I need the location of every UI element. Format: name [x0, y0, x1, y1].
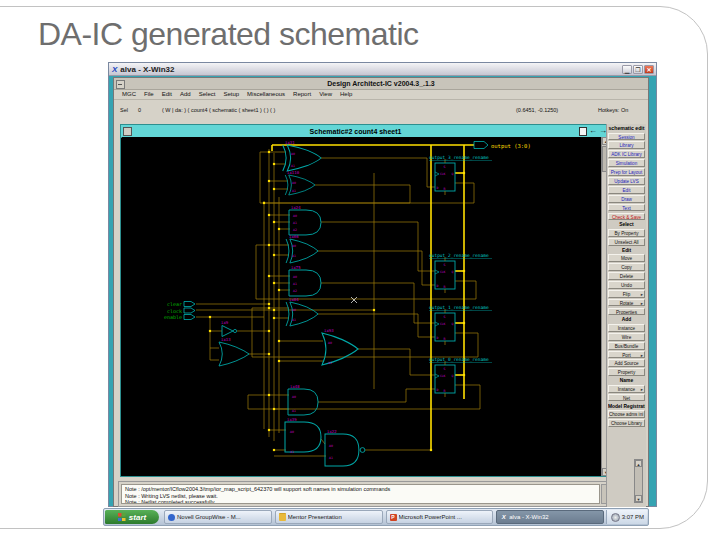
- prev-sheet-icon[interactable]: ←: [589, 127, 597, 135]
- svg-text:A0: A0: [292, 181, 296, 185]
- svg-text:A0: A0: [291, 152, 295, 156]
- slide: DA-IC generated schematic X alva - X-Win…: [0, 0, 720, 540]
- start-button[interactable]: start: [105, 510, 159, 524]
- hotkeys-status: Hotkeys: On: [598, 107, 628, 113]
- selection-count: 0: [138, 107, 141, 113]
- xwin32-window: X alva - X-Win32 ▁ ❐ ✕ Design Architect-…: [108, 62, 657, 507]
- palette-instance[interactable]: Instance: [608, 324, 645, 332]
- palette-check-save[interactable]: Check & Save: [608, 213, 645, 221]
- svg-text:ix66: ix66: [289, 234, 299, 239]
- taskbar-task-alva-x-win32[interactable]: Xalva - X-Win32: [496, 510, 604, 524]
- taskbar-task-mentor-presentation[interactable]: Mentor Presentation: [275, 510, 383, 524]
- palette-scroll-up-icon[interactable]: ▲: [635, 460, 642, 467]
- palette-edit[interactable]: Edit: [608, 186, 645, 194]
- menu-select[interactable]: Select: [195, 91, 220, 97]
- close-button[interactable]: ✕: [644, 65, 654, 74]
- dff-instance: [435, 309, 455, 345]
- taskbar-task-microsoft-powerpoint[interactable]: PMicrosoft PowerPoint ...: [386, 510, 494, 524]
- palette-choose-library[interactable]: Choose Library: [608, 419, 645, 427]
- tray-status-icon[interactable]: [611, 513, 620, 522]
- svg-text:ix93: ix93: [324, 328, 334, 333]
- menu-mgc[interactable]: MGC: [118, 91, 140, 97]
- transcript-box: Note : /opt/mentor/ICflow2004.3/tmp/ior_…: [121, 484, 600, 504]
- window-menu-icon[interactable]: [116, 80, 125, 89]
- menu-edit[interactable]: Edit: [158, 91, 176, 97]
- restore-button[interactable]: ❐: [633, 65, 643, 74]
- svg-text:A0: A0: [329, 444, 333, 448]
- palette-name: Name: [608, 377, 645, 385]
- menu-miscellaneous[interactable]: Miscellaneous: [243, 91, 289, 97]
- menu-add[interactable]: Add: [176, 91, 195, 97]
- svg-text:A1: A1: [329, 456, 333, 460]
- palette-library[interactable]: Library: [608, 141, 645, 149]
- palette-net[interactable]: Net: [608, 394, 645, 402]
- taskbar-task-novell-groupwise-m[interactable]: Novell GroupWise - M...: [164, 510, 272, 524]
- system-tray: 3:07 PM: [606, 510, 647, 524]
- palette-select: Select: [608, 221, 645, 229]
- palette-scroll-down-icon[interactable]: ▼: [635, 495, 642, 502]
- svg-text:ix31: ix31: [285, 140, 295, 145]
- minimize-button[interactable]: ▁: [622, 65, 632, 74]
- sheet-icon[interactable]: [579, 127, 587, 136]
- palette-rotate[interactable]: Rotate▸: [608, 299, 645, 307]
- svg-text:A0: A0: [290, 430, 294, 434]
- menu-setup[interactable]: Setup: [219, 91, 243, 97]
- folder-icon: [279, 513, 286, 521]
- palette-session[interactable]: Session: [608, 133, 645, 141]
- svg-text:A0: A0: [293, 214, 297, 218]
- palette-unselect-all[interactable]: Unselect All: [608, 238, 645, 246]
- palette-copy[interactable]: Copy: [608, 263, 645, 271]
- palette-flip[interactable]: Flip▸: [608, 290, 645, 298]
- dff-instance: [435, 257, 455, 293]
- palette-by-property[interactable]: By Property: [608, 229, 645, 237]
- xwin32-titlebar[interactable]: X alva - X-Win32 ▁ ❐ ✕: [109, 63, 656, 76]
- palette-instance[interactable]: Instance▸: [608, 385, 645, 393]
- palette-simulation[interactable]: Simulation: [608, 159, 645, 167]
- palette-edit: Edit: [608, 247, 645, 255]
- work-area: Schematic#2 count4 sheet1 ← →: [114, 118, 648, 506]
- svg-text:ix39: ix39: [287, 417, 297, 422]
- taskbar: start Novell GroupWise - M...Mentor Pres…: [103, 508, 649, 526]
- submenu-arrow-icon: ▸: [641, 386, 643, 393]
- palette-text[interactable]: Text: [608, 204, 645, 212]
- palette-draw[interactable]: Draw: [608, 195, 645, 203]
- palette-port[interactable]: Port▸: [608, 351, 645, 359]
- svg-text:A0: A0: [293, 275, 297, 279]
- task-label: Novell GroupWise - M...: [177, 514, 241, 520]
- svg-text:A1: A1: [292, 254, 296, 258]
- input-ports: clear clock enable: [164, 301, 195, 320]
- submenu-arrow-icon: ▸: [641, 352, 643, 359]
- menu-report[interactable]: Report: [289, 91, 315, 97]
- svg-text:ix75: ix75: [291, 265, 301, 270]
- palette-scrollbar[interactable]: ▲ ▼: [634, 459, 643, 503]
- svg-text:clear: clear: [167, 301, 182, 307]
- menu-help[interactable]: Help: [336, 91, 356, 97]
- powerpoint-icon: P: [390, 514, 397, 521]
- schematic-window-menu-icon[interactable]: [123, 127, 132, 136]
- svg-text:ix13: ix13: [221, 337, 231, 342]
- palette-choose-adms-ini-file[interactable]: Choose adms ini File: [608, 410, 645, 418]
- xwin32-title: alva - X-Win32: [120, 65, 622, 74]
- palette-properties[interactable]: Properties: [608, 308, 645, 316]
- palette-bus-bundle[interactable]: Bus/Bundle: [608, 342, 645, 350]
- palette-move[interactable]: Move: [608, 254, 645, 262]
- schematic-window: Schematic#2 count4 sheet1 ← →: [120, 124, 611, 477]
- schematic-canvas[interactable]: S CLK D Q R: [122, 137, 601, 476]
- svg-text:output_2_rename_rename: output_2_rename_rename: [429, 253, 489, 259]
- palette-adk-ic-library[interactable]: ADK IC Library: [608, 150, 645, 158]
- svg-text:clock: clock: [167, 308, 182, 314]
- palette-add-source[interactable]: Add Source: [608, 359, 645, 367]
- palette-prep-for-layout[interactable]: Prep for Layout: [608, 168, 645, 176]
- palette-update-lvs[interactable]: Update LVS: [608, 177, 645, 185]
- svg-text:A2: A2: [293, 228, 297, 232]
- palette-model-registration: Model Registration: [608, 403, 645, 411]
- palette-undo[interactable]: Undo: [608, 281, 645, 289]
- menu-file[interactable]: File: [140, 91, 158, 97]
- palette-wire[interactable]: Wire: [608, 333, 645, 341]
- palette-property[interactable]: Property: [608, 368, 645, 376]
- menu-view[interactable]: View: [315, 91, 336, 97]
- xwin-icon: X: [500, 514, 507, 521]
- palette-delete[interactable]: Delete: [608, 272, 645, 280]
- svg-text:output (3:0): output (3:0): [491, 143, 531, 150]
- taskbar-clock: 3:07 PM: [622, 514, 644, 520]
